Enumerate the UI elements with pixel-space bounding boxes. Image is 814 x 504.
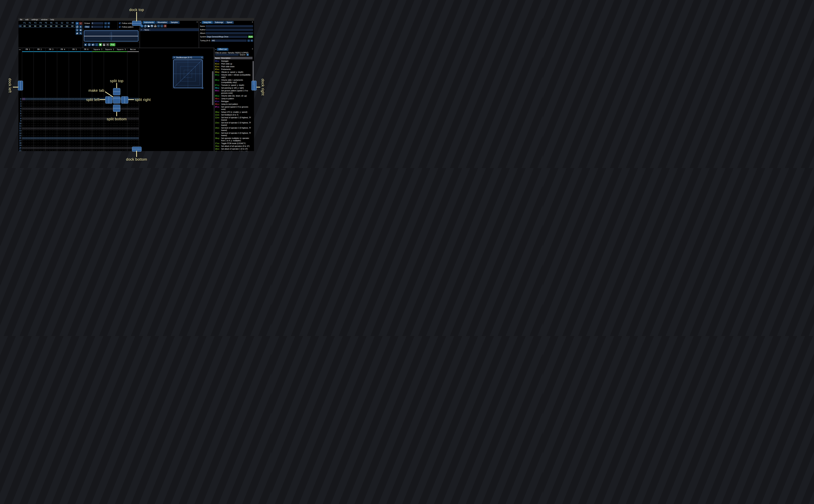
pattern-cell[interactable]: ··· ·· ·· ··· bbox=[69, 130, 80, 132]
tab-speed[interactable]: Speed bbox=[225, 21, 234, 24]
pattern-cell[interactable]: ··· ·· ·· ··· bbox=[92, 108, 104, 110]
pattern-cell[interactable]: ··· ·· ·· ··· bbox=[34, 120, 45, 122]
tab-instruments[interactable]: Instruments bbox=[142, 21, 155, 24]
pattern-cell[interactable]: ··· ·· ·· ··· bbox=[69, 98, 80, 100]
pattern-cell[interactable]: ··· ·· ·· ··· bbox=[34, 108, 45, 110]
pattern-cell[interactable]: ··· ·· ·· ··· bbox=[22, 132, 34, 134]
pattern-cell[interactable]: ··· ·· ·· ··· bbox=[22, 101, 34, 103]
pattern-cell[interactable]: ··· ·· ·· ··· bbox=[127, 128, 139, 130]
pattern-scrollbar[interactable] bbox=[212, 71, 213, 105]
pattern-cell[interactable]: ··· ·· ·· ··· bbox=[104, 128, 115, 130]
pattern-cell[interactable]: ··· ·· ·· ··· bbox=[92, 125, 104, 127]
pattern-cell[interactable]: ··· ·· ·· ··· bbox=[22, 147, 34, 149]
order-value-cell[interactable]: 00 bbox=[48, 25, 54, 27]
album-input[interactable] bbox=[205, 32, 253, 34]
pattern-cell[interactable]: ··· ·· ·· ··· bbox=[69, 137, 80, 139]
pattern-cell[interactable]: ··· ·· ·· ··· bbox=[22, 106, 34, 108]
menu-item-window[interactable]: window bbox=[40, 18, 49, 21]
pattern-cell[interactable]: ··· ·· ·· ··· bbox=[22, 120, 34, 122]
pattern-cell[interactable]: ··· ·· ·· ··· bbox=[80, 113, 92, 115]
pattern-cell[interactable]: ··· ·· ·· ··· bbox=[22, 111, 34, 113]
pattern-cell[interactable]: ··· ·· ·· ··· bbox=[57, 103, 69, 105]
pattern-cell[interactable]: ··· ·· ·· ··· bbox=[34, 128, 45, 130]
pattern-row-20[interactable]: 20··· ·· ·· ······ ·· ·· ······ ·· ·· ··… bbox=[18, 147, 139, 149]
pattern-cell[interactable]: ··· ·· ·· ··· bbox=[22, 123, 34, 125]
close-icon[interactable]: × bbox=[196, 21, 198, 23]
pattern-cell[interactable]: ··· ·· ·· ··· bbox=[127, 113, 139, 115]
pattern-cell[interactable]: ··· ·· ·· ··· bbox=[127, 118, 139, 120]
dock-top-target[interactable] bbox=[132, 21, 142, 26]
pattern-cell[interactable]: ··· ·· ·· ··· bbox=[69, 113, 80, 115]
pattern-cell[interactable]: ··· ·· ·· ··· bbox=[127, 108, 139, 110]
pattern-cell[interactable]: ··· ·· ·· ··· bbox=[69, 108, 80, 110]
pattern-cell[interactable]: ··· ·· ·· ··· bbox=[69, 132, 80, 134]
ins-save-button[interactable] bbox=[150, 25, 153, 27]
pattern-cell[interactable]: ··· ·· ·· ··· bbox=[104, 135, 115, 137]
pattern-cell[interactable]: ··· ·· ·· ··· bbox=[45, 123, 57, 125]
pattern-cell[interactable]: ··· ·· ·· ··· bbox=[69, 147, 80, 149]
order-value-cell[interactable]: 00 bbox=[54, 25, 59, 27]
pattern-cell[interactable]: ··· ·· ·· ··· bbox=[80, 150, 92, 151]
effect-row-13xx[interactable]: 13xxSet level of operator 2 (0 highest, … bbox=[214, 121, 253, 127]
pattern-cell[interactable]: ··· ·· ·· ··· bbox=[45, 145, 57, 147]
pattern-cell[interactable]: ··· ·· ·· ··· bbox=[34, 140, 45, 142]
pattern-cell[interactable]: ··· ·· ·· ··· bbox=[45, 137, 57, 139]
pattern-row-1[interactable]: 1··· ·· ·· ······ ·· ·· ······ ·· ·· ···… bbox=[18, 100, 139, 103]
pattern-cell[interactable]: ··· ·· ·· ··· bbox=[92, 111, 104, 113]
pattern-cell[interactable]: ··· ·· ·· ··· bbox=[34, 145, 45, 147]
pattern-cell[interactable]: ··· ·· ·· ··· bbox=[92, 140, 104, 142]
author-input[interactable] bbox=[205, 29, 253, 31]
pattern-cell[interactable]: ··· ·· ·· ··· bbox=[57, 132, 69, 134]
channel-header-square-1[interactable]: Square 1 bbox=[92, 48, 104, 51]
pattern-cell[interactable]: ··· ·· ·· ··· bbox=[80, 115, 92, 117]
metronome-button[interactable] bbox=[102, 43, 106, 46]
pattern-cell[interactable]: ··· ·· ·· ··· bbox=[34, 115, 45, 117]
effect-row-1Axx[interactable]: 1AxxSet attack of operator 1 (0 to 1F) bbox=[214, 148, 253, 150]
pattern-cell[interactable]: ··· ·· ·· ··· bbox=[104, 132, 115, 134]
pattern-cell[interactable]: ··· ·· ·· ··· bbox=[104, 130, 115, 132]
pattern-row-15[interactable]: 15··· ·· ·· ······ ·· ·· ······ ·· ·· ··… bbox=[18, 135, 139, 137]
pattern-cell[interactable]: ··· ·· ·· ··· bbox=[22, 98, 34, 100]
pattern-cell[interactable]: ··· ·· ·· ··· bbox=[92, 145, 104, 147]
ins-move-up-button[interactable]: ↑ bbox=[157, 25, 160, 27]
pattern-cell[interactable]: ··· ·· ·· ··· bbox=[69, 128, 80, 130]
channel-header-fm-4[interactable]: FM 4 bbox=[57, 48, 69, 51]
pattern-cell[interactable]: ··· ·· ·· ··· bbox=[115, 128, 127, 130]
step-input[interactable]: 1 bbox=[91, 26, 103, 28]
order-value-cell[interactable]: 00 bbox=[70, 25, 75, 27]
pattern-cell[interactable]: ··· ·· ·· ··· bbox=[104, 150, 115, 151]
tab-subsongs[interactable]: Subsongs bbox=[213, 21, 225, 24]
pattern-cell[interactable]: ··· ·· ·· ··· bbox=[80, 132, 92, 134]
pattern-cell[interactable]: ··· ·· ·· ··· bbox=[22, 137, 34, 139]
pattern-cell[interactable]: ··· ·· ·· ··· bbox=[34, 101, 45, 103]
pattern-row-14[interactable]: 14··· ·· ·· ······ ·· ·· ······ ·· ·· ··… bbox=[18, 132, 139, 134]
effect-row-03xx[interactable]: 03xxPortamento bbox=[214, 68, 253, 71]
pattern-cell[interactable]: ··· ·· ·· ··· bbox=[22, 150, 34, 151]
channel-header-fm-5[interactable]: FM 5 bbox=[69, 48, 80, 51]
pattern-cell[interactable]: ··· ·· ·· ··· bbox=[80, 135, 92, 137]
pattern-cell[interactable]: ··· ·· ·· ··· bbox=[34, 142, 45, 144]
pattern-cell[interactable]: ··· ·· ·· ··· bbox=[127, 125, 139, 127]
pattern-cell[interactable]: ··· ·· ·· ··· bbox=[127, 123, 139, 125]
close-icon[interactable]: × bbox=[252, 21, 253, 23]
pattern-cell[interactable]: ··· ·· ·· ··· bbox=[57, 111, 69, 113]
pattern-cell[interactable]: ··· ·· ·· ··· bbox=[57, 98, 69, 100]
pattern-cell[interactable]: ··· ·· ·· ··· bbox=[45, 140, 57, 142]
pattern-cell[interactable]: ··· ·· ·· ··· bbox=[92, 147, 104, 149]
pattern-cell[interactable]: ··· ·· ·· ··· bbox=[92, 137, 104, 139]
pattern-cell[interactable]: ··· ·· ·· ··· bbox=[34, 123, 45, 125]
pattern-cell[interactable]: ··· ·· ·· ··· bbox=[69, 120, 80, 122]
effect-row-14xx[interactable]: 14xxSet level of operator 3 (0 highest, … bbox=[214, 127, 253, 132]
ins-delete-button[interactable]: ✕ bbox=[164, 25, 167, 27]
pattern-cell[interactable]: ··· ·· ·· ··· bbox=[92, 118, 104, 120]
pattern-cell[interactable]: ··· ·· ·· ··· bbox=[80, 125, 92, 127]
pattern-cell[interactable]: ··· ·· ·· ··· bbox=[127, 140, 139, 142]
pattern-row-19[interactable]: 19··· ·· ·· ······ ·· ·· ······ ·· ·· ··… bbox=[18, 144, 139, 147]
pattern-cell[interactable]: ··· ·· ·· ··· bbox=[34, 135, 45, 137]
pattern-cell[interactable]: ··· ·· ·· ··· bbox=[69, 145, 80, 147]
effect-row-10xy[interactable]: 10xySetup LFO (x: enable; y: speed) bbox=[214, 111, 253, 113]
pattern-cell[interactable]: ··· ·· ·· ··· bbox=[127, 135, 139, 137]
order-row-index[interactable]: 00 bbox=[19, 25, 22, 27]
pattern-cell[interactable]: ··· ·· ·· ··· bbox=[115, 145, 127, 147]
pattern-cell[interactable]: ··· ·· ·· ··· bbox=[127, 111, 139, 113]
